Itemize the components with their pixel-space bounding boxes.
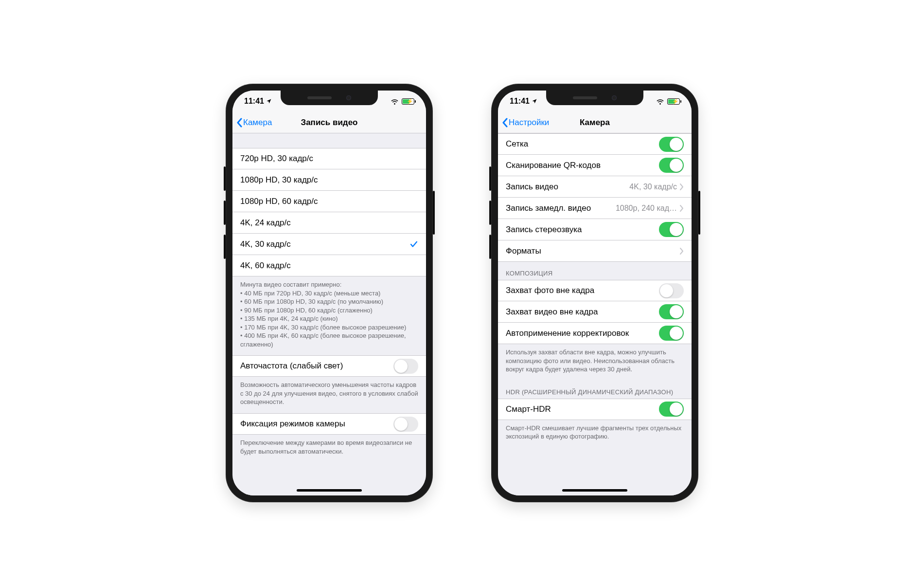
auto-apply-toggle[interactable] — [659, 326, 684, 341]
photo-outside-toggle[interactable] — [659, 283, 684, 298]
video-outside-row[interactable]: Захват видео вне кадра — [498, 301, 692, 323]
auto-fps-label: Авточастота (слабый свет) — [240, 361, 343, 371]
chevron-right-icon — [680, 205, 684, 212]
photo-outside-row[interactable]: Захват фото вне кадра — [498, 280, 692, 301]
record-video-detail: 4K, 30 кадр/с — [629, 183, 677, 191]
navbar-title: Запись видео — [301, 118, 358, 128]
back-button[interactable]: Камера — [236, 118, 272, 128]
chevron-right-icon — [680, 248, 684, 255]
back-label: Камера — [243, 118, 272, 128]
option-4k-24[interactable]: 4K, 24 кадр/с — [232, 212, 426, 234]
grid-row[interactable]: Сетка — [498, 133, 692, 155]
back-button[interactable]: Настройки — [502, 118, 549, 128]
option-4k-30[interactable]: 4K, 30 кадр/с — [232, 234, 426, 255]
stereo-toggle[interactable] — [659, 222, 684, 237]
smart-hdr-row[interactable]: Смарт-HDR — [498, 399, 692, 420]
auto-fps-row[interactable]: Авточастота (слабый свет) — [232, 355, 426, 377]
qr-toggle[interactable] — [659, 158, 684, 173]
qr-row[interactable]: Сканирование QR-кодов — [498, 155, 692, 176]
option-4k-60[interactable]: 4K, 60 кадр/с — [232, 255, 426, 276]
location-icon — [532, 98, 537, 104]
navbar: Камера Запись видео — [232, 112, 426, 133]
content[interactable]: 720p HD, 30 кадр/с 1080p HD, 30 кадр/с 1… — [232, 133, 426, 495]
video-outside-toggle[interactable] — [659, 304, 684, 319]
phone-left: 11:41 ⚡ Камера Запись видео 720p HD, 30 … — [226, 84, 433, 502]
chevron-back-icon — [236, 118, 242, 128]
wifi-icon — [656, 98, 664, 105]
content[interactable]: Сетка Сканирование QR-кодов Запись видео… — [498, 133, 692, 495]
checkmark-icon — [409, 240, 418, 249]
screen: 11:41 ⚡ Камера Запись видео 720p HD, 30 … — [232, 91, 426, 495]
notch — [281, 91, 378, 105]
hdr-header: HDR (РАСШИРЕННЫЙ ДИНАМИЧЕСКИЙ ДИАПАЗОН) — [498, 381, 692, 399]
home-indicator[interactable] — [297, 489, 362, 492]
notch — [546, 91, 643, 105]
status-time: 11:41 — [244, 97, 264, 106]
record-slomo-detail: 1080p, 240 кад… — [616, 204, 677, 213]
option-1080p-60[interactable]: 1080p HD, 60 кадр/с — [232, 191, 426, 212]
option-720p-30[interactable]: 720p HD, 30 кадр/с — [232, 148, 426, 169]
battery-icon: ⚡ — [402, 98, 414, 105]
wifi-icon — [391, 98, 399, 105]
auto-fps-footer: Возможность автоматического уменьшения ч… — [232, 377, 426, 413]
composition-footer: Используя захват области вне кадра, можн… — [498, 344, 692, 381]
size-footer: Минута видео составит примерно: • 40 МБ … — [232, 276, 426, 355]
lock-camera-label: Фиксация режимов камеры — [240, 419, 345, 429]
smart-hdr-toggle[interactable] — [659, 402, 684, 417]
location-icon — [266, 98, 272, 104]
record-video-row[interactable]: Запись видео 4K, 30 кадр/с — [498, 176, 692, 198]
auto-apply-row[interactable]: Автоприменение корректировок — [498, 323, 692, 344]
back-label: Настройки — [509, 118, 549, 128]
status-time: 11:41 — [510, 97, 530, 106]
auto-fps-toggle[interactable] — [393, 359, 418, 374]
chevron-back-icon — [502, 118, 508, 128]
hdr-footer: Смарт-HDR смешивает лучшие фрагменты тре… — [498, 420, 692, 448]
home-indicator[interactable] — [562, 489, 627, 492]
chevron-right-icon — [680, 183, 684, 190]
composition-header: КОМПОЗИЦИЯ — [498, 262, 692, 280]
lock-camera-row[interactable]: Фиксация режимов камеры — [232, 413, 426, 435]
grid-toggle[interactable] — [659, 137, 684, 152]
option-1080p-30[interactable]: 1080p HD, 30 кадр/с — [232, 169, 426, 191]
lock-camera-footer: Переключение между камерами во время вид… — [232, 435, 426, 462]
record-slomo-row[interactable]: Запись замедл. видео 1080p, 240 кад… — [498, 198, 692, 219]
battery-icon: ⚡ — [667, 98, 680, 105]
navbar: Настройки Камера — [498, 112, 692, 133]
screen: 11:41 ⚡ Настройки Камера Сетка Сканирова… — [498, 91, 692, 495]
phone-right: 11:41 ⚡ Настройки Камера Сетка Сканирова… — [491, 84, 698, 502]
stereo-row[interactable]: Запись стереозвука — [498, 219, 692, 240]
navbar-title: Камера — [580, 118, 610, 128]
formats-row[interactable]: Форматы — [498, 240, 692, 262]
lock-camera-toggle[interactable] — [393, 417, 418, 432]
